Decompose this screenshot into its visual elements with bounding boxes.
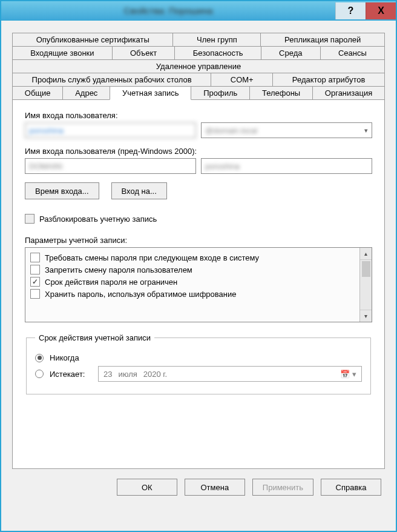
option-change-pwd-next-label: Требовать смены пароля при следующем вхо… xyxy=(45,253,259,262)
prewin-user-value: poroshina xyxy=(205,162,240,171)
tab-panel-account: Имя входа пользователя: @domain.local ▾ … xyxy=(12,99,385,469)
tab-rds-profile[interactable]: Профиль служб удаленных рабочих столов xyxy=(12,73,211,86)
expires-never-radio[interactable] xyxy=(35,354,44,362)
tab-complus[interactable]: COM+ xyxy=(211,73,273,86)
ok-button[interactable]: ОК xyxy=(117,479,177,496)
option-reversible-encryption[interactable]: Хранить пароль, используя обратимое шифр… xyxy=(30,288,355,300)
help-button-bottom[interactable]: Справка xyxy=(321,479,381,496)
chevron-down-icon: ▾ xyxy=(364,127,368,135)
account-options-label: Параметры учетной записи: xyxy=(25,236,372,245)
expires-date-picker[interactable]: 23 июля 2020 г. 📅 ▾ xyxy=(98,366,362,382)
help-button[interactable]: ? xyxy=(335,2,366,19)
titlebar-buttons: ? X xyxy=(335,2,396,19)
tab-general[interactable]: Общие xyxy=(12,86,63,99)
expires-year: 2020 г. xyxy=(143,370,167,379)
unlock-account-checkbox[interactable] xyxy=(25,214,34,224)
expires-never-label: Никогда xyxy=(50,353,79,362)
option-pwd-never-expires[interactable]: Срок действия пароля не ограничен xyxy=(30,276,355,288)
tab-security[interactable]: Безопасность xyxy=(174,46,261,59)
tab-sessions[interactable]: Сеансы xyxy=(320,46,385,59)
tab-password-replication[interactable]: Репликация паролей xyxy=(260,33,385,46)
expires-day: 23 xyxy=(103,370,112,379)
tab-environment[interactable]: Среда xyxy=(261,46,321,59)
tab-profile[interactable]: Профиль xyxy=(191,86,250,99)
tab-telephones[interactable]: Телефоны xyxy=(249,86,313,99)
account-options-inner: Требовать смены пароля при следующем вхо… xyxy=(25,248,359,322)
logon-name-input[interactable] xyxy=(25,122,196,138)
apply-button[interactable]: Применить xyxy=(252,479,313,496)
dialog-buttons: ОК Отмена Применить Справка xyxy=(12,469,385,499)
account-options-scrollbar[interactable]: ▴ ▾ xyxy=(359,248,372,322)
account-expires-legend: Срок действия учетной записи xyxy=(35,333,154,342)
tab-organization[interactable]: Организация xyxy=(312,86,385,99)
client-area: Опубликованные сертификаты Член групп Ре… xyxy=(1,21,396,531)
tab-published-certs[interactable]: Опубликованные сертификаты xyxy=(12,33,173,46)
expires-end-radio[interactable] xyxy=(35,370,44,378)
prewin-user-field[interactable]: poroshina xyxy=(201,158,372,174)
window-title: Свойства: Порошина xyxy=(1,5,335,16)
tab-remote-control[interactable]: Удаленное управление xyxy=(12,59,385,73)
scroll-down-icon[interactable]: ▾ xyxy=(360,310,372,322)
option-cannot-change-pwd[interactable]: Запретить смену пароля пользователем xyxy=(30,264,355,276)
scroll-thumb[interactable] xyxy=(362,261,370,277)
tab-account[interactable]: Учетная запись xyxy=(110,86,191,100)
option-reversible-encryption-checkbox[interactable] xyxy=(30,289,40,299)
tab-member-of[interactable]: Член групп xyxy=(172,33,261,46)
option-change-pwd-next[interactable]: Требовать смены пароля при следующем вхо… xyxy=(30,251,355,264)
prewin-domain-field: DOMAIN\ xyxy=(25,158,196,174)
expires-month: июля xyxy=(118,370,137,379)
properties-dialog: Свойства: Порошина ? X Опубликованные се… xyxy=(0,0,397,532)
tab-attribute-editor[interactable]: Редактор атрибутов xyxy=(272,73,385,86)
option-cannot-change-pwd-checkbox[interactable] xyxy=(30,265,40,274)
prewin-domain-value: DOMAIN\ xyxy=(29,162,63,171)
option-pwd-never-expires-label: Срок действия пароля не ограничен xyxy=(45,278,177,287)
upn-suffix-value: @domain.local xyxy=(205,126,257,135)
logon-hours-button[interactable]: Время входа... xyxy=(25,182,99,199)
logon-name-label: Имя входа пользователя: xyxy=(25,111,372,120)
tab-address[interactable]: Адрес xyxy=(62,86,110,99)
option-reversible-encryption-label: Хранить пароль, используя обратимое шифр… xyxy=(45,290,236,299)
titlebar: Свойства: Порошина ? X xyxy=(1,1,396,21)
account-expires-group: Срок действия учетной записи Никогда Ист… xyxy=(26,333,371,394)
option-cannot-change-pwd-label: Запретить смену пароля пользователем xyxy=(45,265,192,274)
prewin-label: Имя входа пользователя (пред-Windows 200… xyxy=(25,147,372,156)
option-pwd-never-expires-checkbox[interactable] xyxy=(30,277,40,287)
expires-end-label: Истекает: xyxy=(50,370,92,379)
scroll-up-icon[interactable]: ▴ xyxy=(360,248,372,260)
tab-strip: Опубликованные сертификаты Член групп Ре… xyxy=(12,33,385,469)
close-button[interactable]: X xyxy=(366,2,396,19)
logon-to-button[interactable]: Вход на... xyxy=(111,182,167,199)
upn-suffix-combo[interactable]: @domain.local ▾ xyxy=(201,122,372,138)
tab-dialin[interactable]: Входящие звонки xyxy=(12,46,113,59)
unlock-account-label: Разблокировать учетную запись xyxy=(39,214,157,224)
tab-object[interactable]: Объект xyxy=(112,46,176,59)
cancel-button[interactable]: Отмена xyxy=(185,479,245,496)
option-change-pwd-next-checkbox[interactable] xyxy=(30,253,40,262)
calendar-icon[interactable]: 📅 ▾ xyxy=(340,370,356,379)
account-options-list: Требовать смены пароля при следующем вхо… xyxy=(25,247,372,322)
